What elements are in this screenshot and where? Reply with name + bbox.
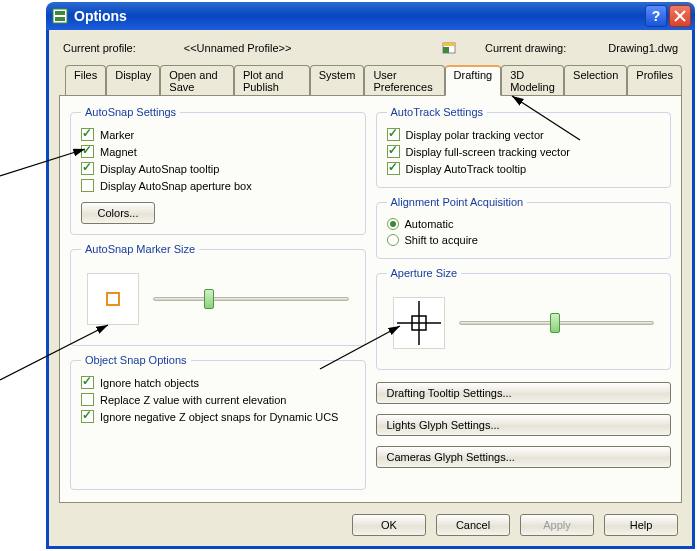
window-title: Options [74, 8, 643, 24]
group-aperture-size-legend: Aperture Size [387, 267, 462, 279]
svg-rect-7 [443, 47, 449, 53]
lights-glyph-settings-button[interactable]: Lights Glyph Settings... [376, 414, 672, 436]
tab-drafting[interactable]: Drafting [445, 65, 502, 96]
current-drawing-label: Current drawing: [485, 42, 566, 54]
svg-rect-6 [443, 43, 455, 46]
tab-system[interactable]: System [310, 65, 365, 96]
svg-rect-8 [107, 293, 119, 305]
cameras-glyph-settings-button[interactable]: Cameras Glyph Settings... [376, 446, 672, 468]
tab-3d-modeling[interactable]: 3D Modeling [501, 65, 564, 96]
apply-button[interactable]: Apply [520, 514, 594, 536]
close-button[interactable] [669, 5, 691, 27]
tabstrip: Files Display Open and Save Plot and Pub… [59, 64, 682, 95]
window-body: Current profile: <<Unnamed Profile>> Cur… [46, 30, 695, 549]
group-autotrack-legend: AutoTrack Settings [387, 106, 488, 118]
group-marker-size-legend: AutoSnap Marker Size [81, 243, 199, 255]
current-drawing-value: Drawing1.dwg [608, 42, 678, 54]
checkbox-replace-z[interactable] [81, 393, 94, 406]
label-marker: Marker [100, 129, 134, 141]
label-autotrack-tooltip: Display AutoTrack tooltip [406, 163, 527, 175]
marker-size-slider[interactable] [153, 297, 349, 301]
tab-plot-publish[interactable]: Plot and Publish [234, 65, 310, 96]
tab-open-save[interactable]: Open and Save [160, 65, 234, 96]
checkbox-ignore-hatch[interactable] [81, 376, 94, 389]
profile-row: Current profile: <<Unnamed Profile>> Cur… [59, 38, 682, 64]
checkbox-autotrack-tooltip[interactable] [387, 162, 400, 175]
label-automatic: Automatic [405, 218, 454, 230]
tab-selection[interactable]: Selection [564, 65, 627, 96]
label-polar-tracking: Display polar tracking vector [406, 129, 544, 141]
app-icon [52, 8, 68, 24]
label-ignore-neg-z: Ignore negative Z object snaps for Dynam… [100, 411, 338, 423]
label-replace-z: Replace Z value with current elevation [100, 394, 286, 406]
group-aperture-size: Aperture Size [376, 267, 672, 370]
label-fullscreen-tracking: Display full-screen tracking vector [406, 146, 570, 158]
label-shift: Shift to acquire [405, 234, 478, 246]
svg-rect-2 [55, 17, 65, 21]
group-alignment: Alignment Point Acquisition Automatic Sh… [376, 196, 672, 259]
tab-display[interactable]: Display [106, 65, 160, 96]
titlebar: Options ? [46, 2, 695, 30]
group-autosnap: AutoSnap Settings Marker Magnet Display … [70, 106, 366, 235]
label-autosnap-tooltip: Display AutoSnap tooltip [100, 163, 219, 175]
group-marker-size: AutoSnap Marker Size [70, 243, 366, 346]
checkbox-ignore-neg-z[interactable] [81, 410, 94, 423]
checkbox-fullscreen-tracking[interactable] [387, 145, 400, 158]
dialog-buttons: OK Cancel Apply Help [352, 514, 678, 536]
group-autotrack: AutoTrack Settings Display polar trackin… [376, 106, 672, 188]
tab-profiles[interactable]: Profiles [627, 65, 682, 96]
right-column: AutoTrack Settings Display polar trackin… [376, 106, 672, 490]
current-profile-value: <<Unnamed Profile>> [184, 42, 292, 54]
aperture-preview [393, 297, 445, 349]
label-ignore-hatch: Ignore hatch objects [100, 377, 199, 389]
left-column: AutoSnap Settings Marker Magnet Display … [70, 106, 366, 490]
group-alignment-legend: Alignment Point Acquisition [387, 196, 528, 208]
label-magnet: Magnet [100, 146, 137, 158]
help-titlebar-button[interactable]: ? [645, 5, 667, 27]
checkbox-autosnap-tooltip[interactable] [81, 162, 94, 175]
drafting-tooltip-settings-button[interactable]: Drafting Tooltip Settings... [376, 382, 672, 404]
ok-button[interactable]: OK [352, 514, 426, 536]
tab-files[interactable]: Files [65, 65, 106, 96]
drawing-icon [441, 40, 457, 56]
radio-automatic[interactable] [387, 218, 399, 230]
group-osnap-options: Object Snap Options Ignore hatch objects… [70, 354, 366, 490]
marker-preview [87, 273, 139, 325]
aperture-size-slider[interactable] [459, 321, 655, 325]
help-button[interactable]: Help [604, 514, 678, 536]
tab-content: AutoSnap Settings Marker Magnet Display … [59, 95, 682, 503]
tab-user-preferences[interactable]: User Preferences [364, 65, 444, 96]
group-osnap-legend: Object Snap Options [81, 354, 191, 366]
colors-button[interactable]: Colors... [81, 202, 155, 224]
radio-shift[interactable] [387, 234, 399, 246]
checkbox-autosnap-aperture[interactable] [81, 179, 94, 192]
current-profile-label: Current profile: [63, 42, 136, 54]
checkbox-marker[interactable] [81, 128, 94, 141]
group-autosnap-legend: AutoSnap Settings [81, 106, 180, 118]
checkbox-magnet[interactable] [81, 145, 94, 158]
checkbox-polar-tracking[interactable] [387, 128, 400, 141]
svg-rect-1 [55, 11, 65, 15]
cancel-button[interactable]: Cancel [436, 514, 510, 536]
label-autosnap-aperture: Display AutoSnap aperture box [100, 180, 252, 192]
